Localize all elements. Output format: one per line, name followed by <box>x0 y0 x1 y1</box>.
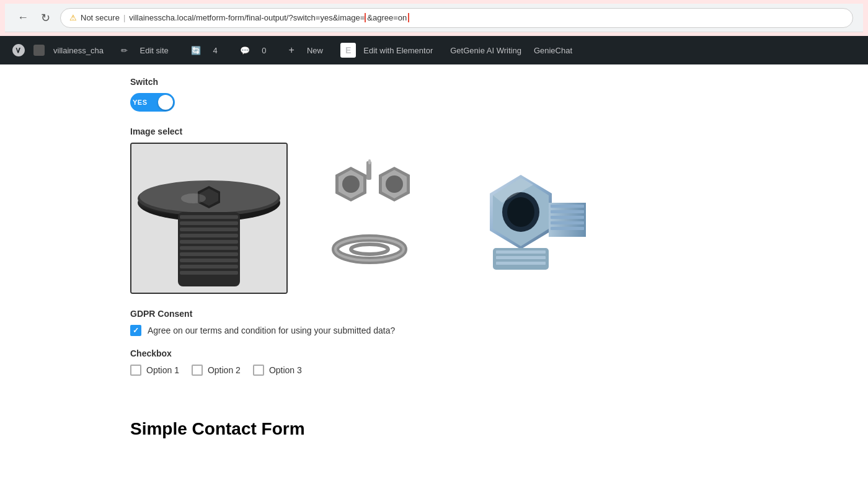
image-option-3[interactable] <box>451 143 590 288</box>
checkbox-item-3[interactable]: Option 3 <box>253 365 302 376</box>
image-option-2[interactable] <box>300 143 439 281</box>
wp-admin-bar: villainess_cha ✏ Edit site 🔄 4 💬 0 + New… <box>0 36 868 64</box>
checkbox-option-3-label: Option 3 <box>269 365 302 375</box>
svg-point-16 <box>181 193 206 203</box>
plus-icon: + <box>284 42 299 58</box>
svg-rect-6 <box>180 215 238 219</box>
svg-rect-14 <box>180 265 238 268</box>
url-base: villainesscha.local/metform-form/final-o… <box>129 13 365 22</box>
bolt-image-3 <box>453 156 589 286</box>
bolt-image-2 <box>301 156 438 280</box>
gdpr-check-row: Agree on our terms and condition for usi… <box>130 325 868 336</box>
svg-rect-31 <box>551 205 584 208</box>
elementor-icon: E <box>340 43 356 58</box>
svg-point-19 <box>342 175 360 193</box>
image-placeholder-1 <box>131 144 286 293</box>
svg-rect-33 <box>551 216 584 219</box>
svg-rect-11 <box>180 246 238 250</box>
checkbox-item-2[interactable]: Option 2 <box>192 365 241 376</box>
edit-with-elementor-link[interactable]: E Edit with Elementor <box>335 40 443 60</box>
svg-rect-10 <box>180 240 238 244</box>
image-select-label: Image select <box>130 126 868 136</box>
refresh-button[interactable]: ↻ <box>38 9 53 27</box>
toggle-yes-label: YES <box>133 99 148 106</box>
switch-label: Switch <box>130 77 868 87</box>
svg-rect-15 <box>180 271 238 275</box>
svg-rect-40 <box>496 250 546 254</box>
toggle-wrapper: YES <box>130 93 868 112</box>
back-button[interactable]: ← <box>15 9 31 27</box>
wp-logo[interactable] <box>6 40 31 60</box>
checkbox-option-2-label: Option 2 <box>208 365 241 375</box>
svg-rect-41 <box>496 256 546 259</box>
svg-rect-35 <box>551 227 584 230</box>
checkbox-box-2[interactable] <box>192 365 203 376</box>
bolt-image-1 <box>131 144 286 293</box>
security-warning-icon: ⚠ <box>69 13 77 22</box>
getgenie-link[interactable]: GetGenie AI Writing <box>445 43 526 58</box>
svg-point-22 <box>386 175 403 193</box>
pencil-icon: ✏ <box>116 43 133 58</box>
checkbox-section: Checkbox Option 1 Option 2 Option 3 <box>130 348 868 376</box>
not-secure-label: Not secure <box>81 13 120 22</box>
svg-rect-8 <box>180 228 238 231</box>
switch-toggle[interactable]: YES <box>130 93 175 112</box>
contact-form-title: Simple Contact Form <box>0 419 868 439</box>
svg-rect-13 <box>180 259 238 262</box>
checkbox-option-1-label: Option 1 <box>146 365 179 375</box>
url-highlight: &agree=on <box>365 13 409 22</box>
url-text: villainesscha.local/metform-form/final-o… <box>129 13 844 22</box>
new-link[interactable]: + New <box>279 40 333 61</box>
svg-rect-9 <box>180 234 238 237</box>
image-select-section: Image select <box>130 126 868 294</box>
svg-rect-24 <box>368 159 371 164</box>
svg-rect-7 <box>180 221 238 225</box>
svg-rect-32 <box>551 210 584 213</box>
browser-address-bar-wrapper: ← ↻ ⚠ Not secure | villainesscha.local/m… <box>0 0 868 36</box>
checkbox-box-3[interactable] <box>253 365 264 376</box>
wordpress-icon <box>11 43 26 58</box>
edit-site-link[interactable]: ✏ Edit site <box>111 43 179 58</box>
checkbox-item-1[interactable]: Option 1 <box>130 365 179 376</box>
updates-link[interactable]: 🔄 4 <box>181 43 228 58</box>
svg-rect-30 <box>549 203 586 237</box>
svg-rect-12 <box>180 252 238 256</box>
checkbox-box-1[interactable] <box>130 365 141 376</box>
toggle-knob <box>158 95 173 110</box>
comments-icon: 💬 <box>235 43 255 58</box>
site-name-label: villainess_cha <box>48 43 108 58</box>
geniechat-link[interactable]: GenieChat <box>529 43 577 58</box>
checkbox-row: Option 1 Option 2 Option 3 <box>130 365 868 376</box>
page-content: Switch YES Image select <box>0 64 868 407</box>
svg-rect-34 <box>551 221 584 224</box>
switch-section: Switch YES <box>130 77 868 112</box>
svg-point-37 <box>507 197 534 227</box>
site-name-item[interactable]: villainess_cha <box>33 43 108 58</box>
image-option-1[interactable] <box>130 143 288 294</box>
separator: | <box>123 13 125 22</box>
gdpr-section: GDPR Consent Agree on our terms and cond… <box>130 309 868 336</box>
gdpr-label: GDPR Consent <box>130 309 868 319</box>
svg-rect-42 <box>496 262 546 265</box>
address-bar[interactable]: ⚠ Not secure | villainesscha.local/metfo… <box>60 8 853 28</box>
checkbox-label: Checkbox <box>130 348 868 358</box>
gdpr-agree-text: Agree on our terms and condition for usi… <box>148 326 395 335</box>
image-placeholder-3 <box>453 156 589 286</box>
gdpr-checkbox[interactable] <box>130 325 141 336</box>
svg-point-27 <box>351 244 388 254</box>
comments-link[interactable]: 💬 0 <box>230 43 277 58</box>
updates-icon: 🔄 <box>186 43 206 58</box>
browser-bar: ← ↻ ⚠ Not secure | villainesscha.local/m… <box>5 4 863 32</box>
image-select-grid <box>130 143 868 294</box>
site-avatar <box>33 45 45 56</box>
image-placeholder-2 <box>301 156 438 280</box>
